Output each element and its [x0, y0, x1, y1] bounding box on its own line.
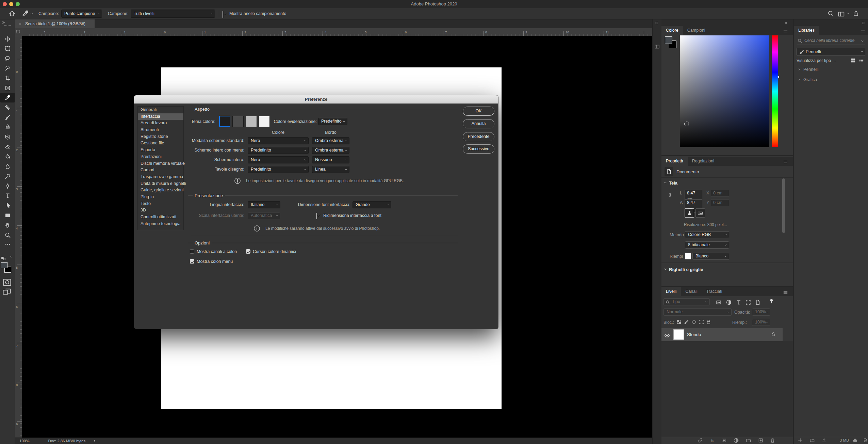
theme-swatch[interactable]	[219, 116, 230, 127]
checkbox-mostra-canali-a-colori[interactable]	[190, 249, 194, 254]
sidebar-item-plug-in[interactable]: Plug-in	[138, 194, 183, 201]
collapse-dock-icon[interactable]	[784, 21, 788, 25]
fill-color-swatch[interactable]	[685, 253, 691, 259]
ok-button[interactable]: OK	[463, 107, 494, 116]
link-dimensions-icon[interactable]	[667, 192, 672, 197]
theme-swatch[interactable]	[246, 116, 257, 127]
rulers-section-title[interactable]: Righelli e griglie	[669, 267, 703, 272]
layer-thumbnail[interactable]	[673, 329, 684, 340]
tool-zoom-tool[interactable]	[0, 230, 15, 240]
color-mode-dropdown[interactable]: Colore RGB	[685, 231, 729, 238]
grid-view-icon[interactable]	[851, 58, 856, 63]
tool-type-tool[interactable]	[0, 191, 15, 201]
tool-history-brush-tool[interactable]	[0, 132, 15, 142]
highlight-dropdown[interactable]: Predefinito	[318, 118, 347, 125]
tool-brush-tool[interactable]	[0, 112, 15, 122]
close-tab-icon[interactable]	[18, 22, 22, 26]
tool-eyedropper-tool[interactable]	[0, 93, 15, 102]
type-icon[interactable]	[736, 300, 741, 305]
tab-libraries[interactable]: Libraries	[794, 26, 819, 35]
color-dropdown[interactable]: Predefinito	[248, 147, 309, 154]
view-by-type-label[interactable]: Visualizza per tipo	[797, 58, 831, 63]
sidebar-item-trasparenza-e-gamma[interactable]: Trasparenza e gamma	[138, 174, 183, 180]
tool-move-tool[interactable]	[0, 34, 15, 44]
tool-spot-healing-brush-tool[interactable]	[0, 103, 15, 112]
sidebar-item-strumenti[interactable]: Strumenti	[138, 127, 183, 133]
tool-path-selection-tool[interactable]	[0, 201, 15, 210]
border-dropdown[interactable]: Linea	[312, 166, 349, 173]
library-collection-dropdown[interactable]: Pennelli	[797, 48, 865, 56]
halfcircle-icon[interactable]	[734, 438, 739, 443]
chevron-down-icon[interactable]	[846, 12, 849, 15]
tool-rectangular-marquee-tool[interactable]	[0, 44, 15, 53]
scale-ui-checkbox[interactable]	[316, 213, 317, 219]
edit-toolbar-button[interactable]	[0, 240, 15, 248]
sample-point-dropdown[interactable]: Punto campione	[61, 10, 102, 18]
vertical-ruler[interactable]: 0123456789	[15, 36, 22, 438]
fill-dropdown[interactable]: Bianco	[692, 253, 729, 260]
blend-mode-dropdown[interactable]: Normale	[664, 308, 732, 316]
bit-depth-dropdown[interactable]: 8 bit/canale	[685, 241, 729, 249]
page-icon[interactable]	[755, 300, 760, 305]
tab-canali[interactable]: Canali	[681, 287, 702, 296]
sidebar-item-unit-di-misura-e-righelli[interactable]: Unità di misura e righelli	[138, 180, 183, 187]
home-icon[interactable]	[9, 10, 16, 17]
annulla-button[interactable]: Annulla	[463, 119, 494, 128]
chevron-down-icon[interactable]	[664, 181, 667, 185]
tool-hand-tool[interactable]	[0, 220, 15, 230]
filter-toggle-icon[interactable]	[769, 299, 774, 304]
color-dropdown[interactable]: Predefinito	[248, 166, 309, 173]
checkbox-mostra-colori-menu[interactable]	[190, 259, 194, 264]
collapse-toolbar-icon[interactable]	[1, 20, 6, 25]
list-view-icon[interactable]	[859, 58, 864, 63]
collapsed-panel-icon[interactable]	[654, 44, 660, 49]
precedente-button[interactable]: Precedente	[463, 132, 494, 141]
plus-icon[interactable]	[798, 438, 803, 443]
theme-swatch[interactable]	[232, 116, 244, 127]
workspace-icon[interactable]	[838, 11, 845, 18]
y-field[interactable]: 0 cm	[711, 199, 729, 206]
folder-icon[interactable]	[810, 438, 815, 443]
border-dropdown[interactable]: Ombra esterna	[312, 137, 349, 144]
landscape-orientation-button[interactable]	[695, 208, 705, 218]
share-icon[interactable]	[853, 10, 859, 17]
screen-mode-icon[interactable]	[2, 287, 11, 296]
upload-icon[interactable]	[822, 438, 826, 443]
border-dropdown[interactable]: Nessuno	[312, 156, 349, 163]
bbox-icon[interactable]	[746, 300, 751, 305]
expand-panels-icon[interactable]	[654, 21, 659, 25]
color-dropdown[interactable]: Nero	[248, 137, 309, 144]
hue-slider[interactable]	[772, 35, 778, 147]
tool-rectangle-tool[interactable]	[0, 210, 15, 220]
layer-row[interactable]: Sfondo	[661, 328, 783, 341]
swap-colors-icon[interactable]	[7, 255, 12, 260]
eyedropper-tool-icon[interactable]	[22, 10, 29, 17]
cloud-icon[interactable]	[853, 438, 857, 443]
sidebar-item-anteprime-tecnologia[interactable]: Anteprime tecnologia	[138, 221, 183, 227]
document-tab[interactable]: Senza titolo-1 @ 100% (RGB/8#)	[15, 19, 95, 28]
tool-pen-tool[interactable]	[0, 181, 15, 191]
bbox-icon[interactable]	[699, 319, 704, 324]
color-cursor[interactable]	[684, 122, 689, 126]
ui-scale-dropdown[interactable]: Automatica	[248, 212, 280, 219]
tool-crop-tool[interactable]	[0, 73, 15, 83]
move-icon[interactable]	[691, 319, 697, 324]
search-icon[interactable]	[828, 10, 834, 17]
tool-dodge-tool[interactable]	[0, 171, 15, 181]
canvas-section-title[interactable]: Tela	[669, 180, 677, 186]
quick-mask-icon[interactable]	[3, 278, 12, 287]
tool-eraser-tool[interactable]	[0, 142, 15, 152]
panel-menu-icon[interactable]	[783, 290, 788, 295]
sample-layers-dropdown[interactable]: Tutti i livelli	[131, 10, 215, 18]
tab-colore[interactable]: Colore	[661, 26, 683, 35]
sidebar-item-generali[interactable]: Generali	[138, 107, 183, 113]
foreground-color-swatch[interactable]	[1, 262, 7, 268]
checker-icon[interactable]	[676, 319, 682, 324]
panel-menu-icon[interactable]	[860, 29, 865, 34]
tab-proprietà[interactable]: Proprietà	[661, 157, 688, 166]
layer-filter-dropdown[interactable]: Tipo	[664, 298, 710, 305]
tab-tracciati[interactable]: Tracciati	[702, 287, 727, 296]
layer-name[interactable]: Sfondo	[687, 332, 701, 337]
tool-lasso-tool[interactable]	[0, 54, 15, 63]
tab-campioni[interactable]: Campioni	[683, 26, 710, 35]
